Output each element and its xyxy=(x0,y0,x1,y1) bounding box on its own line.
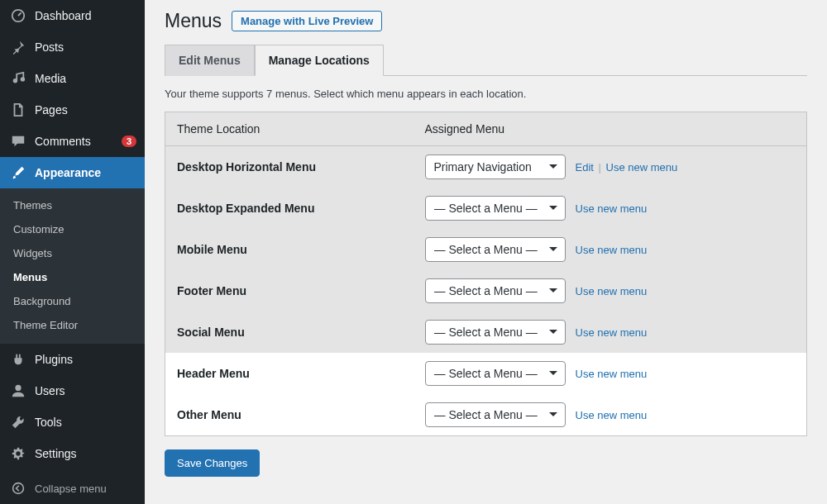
use-new-menu-link[interactable]: Use new menu xyxy=(576,285,648,297)
use-new-menu-link[interactable]: Use new menu xyxy=(576,202,648,215)
gear-icon xyxy=(10,445,26,462)
location-name: Other Menu xyxy=(165,394,414,436)
dashboard-icon xyxy=(10,7,26,24)
brush-icon xyxy=(10,164,26,181)
svg-point-3 xyxy=(15,385,21,391)
sidebar-item-label: Media xyxy=(35,72,136,85)
col-theme-location: Theme Location xyxy=(165,112,414,146)
assigned-menu-select[interactable]: — Select a Menu — xyxy=(425,320,566,345)
comment-count-badge: 3 xyxy=(122,136,136,147)
sidebar-item-label: Pages xyxy=(35,103,136,116)
location-name: Mobile Menu xyxy=(165,229,414,270)
use-new-menu-link[interactable]: Use new menu xyxy=(576,326,648,339)
location-row: Header Menu— Select a Menu —Use new menu xyxy=(165,353,807,394)
submenu-item-background[interactable]: Background xyxy=(0,289,145,313)
sidebar-item-label: Tools xyxy=(35,416,136,429)
submenu-item-themes[interactable]: Themes xyxy=(0,193,145,217)
user-icon xyxy=(10,383,26,399)
submenu-item-theme-editor[interactable]: Theme Editor xyxy=(0,313,145,337)
row-actions: Use new menu xyxy=(576,202,648,215)
assigned-menu-select[interactable]: — Select a Menu — xyxy=(425,278,566,303)
comment-icon xyxy=(10,133,26,150)
location-name: Header Menu xyxy=(165,353,414,394)
wrench-icon xyxy=(10,414,26,430)
collapse-label: Collapse menu xyxy=(35,483,107,495)
use-new-menu-link[interactable]: Use new menu xyxy=(576,368,648,380)
use-new-menu-link[interactable]: Use new menu xyxy=(606,161,678,174)
row-actions: Use new menu xyxy=(576,326,648,339)
appearance-submenu: ThemesCustomizeWidgetsMenusBackgroundThe… xyxy=(0,188,145,344)
location-row: Other Menu— Select a Menu —Use new menu xyxy=(165,394,807,436)
svg-point-2 xyxy=(21,77,25,81)
sidebar-item-media[interactable]: Media xyxy=(0,63,145,94)
use-new-menu-link[interactable]: Use new menu xyxy=(576,409,648,421)
sidebar-item-label: Posts xyxy=(35,40,136,54)
sidebar-item-label: Settings xyxy=(35,447,136,460)
sidebar-item-label: Dashboard xyxy=(35,9,136,22)
sidebar-item-posts[interactable]: Posts xyxy=(0,31,145,63)
sidebar-item-comments[interactable]: Comments3 xyxy=(0,126,145,157)
sidebar-item-tools[interactable]: Tools xyxy=(0,407,145,438)
row-actions: Use new menu xyxy=(576,285,648,297)
row-actions: Use new menu xyxy=(576,244,648,256)
assigned-menu-select[interactable]: — Select a Menu — xyxy=(425,196,566,221)
row-actions: Use new menu xyxy=(576,409,648,421)
submenu-item-menus[interactable]: Menus xyxy=(0,265,145,289)
intro-text: Your theme supports 7 menus. Select whic… xyxy=(165,88,807,100)
location-name: Social Menu xyxy=(165,311,414,353)
admin-sidebar: DashboardPostsMediaPagesComments3Appeara… xyxy=(0,0,145,504)
sidebar-item-users[interactable]: Users xyxy=(0,375,145,407)
nav-tabs: Edit MenusManage Locations xyxy=(165,44,807,76)
sidebar-item-label: Comments xyxy=(35,135,113,148)
row-actions: Edit | Use new menu xyxy=(576,161,678,174)
page-icon xyxy=(10,102,26,118)
tab-edit-menus[interactable]: Edit Menus xyxy=(165,45,255,76)
page-title: Menus xyxy=(165,10,222,32)
sidebar-item-settings[interactable]: Settings xyxy=(0,438,145,469)
save-changes-button[interactable]: Save Changes xyxy=(165,449,260,477)
sidebar-item-dashboard[interactable]: Dashboard xyxy=(0,0,145,31)
location-row: Mobile Menu— Select a Menu —Use new menu xyxy=(165,229,807,270)
main-content: Menus Manage with Live Preview Edit Menu… xyxy=(145,0,827,504)
submenu-item-widgets[interactable]: Widgets xyxy=(0,241,145,265)
location-name: Desktop Expanded Menu xyxy=(165,188,414,229)
assigned-menu-select[interactable]: — Select a Menu — xyxy=(425,402,566,427)
media-icon xyxy=(10,70,26,87)
sidebar-item-label: Appearance xyxy=(35,166,136,179)
sidebar-item-pages[interactable]: Pages xyxy=(0,94,145,126)
submenu-item-customize[interactable]: Customize xyxy=(0,217,145,241)
assigned-menu-select[interactable]: — Select a Menu — xyxy=(425,237,566,262)
plugin-icon xyxy=(10,351,26,368)
svg-point-4 xyxy=(13,483,24,494)
location-row: Desktop Expanded Menu— Select a Menu —Us… xyxy=(165,188,807,229)
location-name: Desktop Horizontal Menu xyxy=(165,146,414,188)
assigned-menu-select[interactable]: — Select a Menu — xyxy=(425,361,566,386)
sidebar-item-appearance[interactable]: Appearance xyxy=(0,157,145,188)
live-preview-button[interactable]: Manage with Live Preview xyxy=(232,11,382,31)
location-row: Desktop Horizontal MenuPrimary Navigatio… xyxy=(165,146,807,188)
sidebar-item-plugins[interactable]: Plugins xyxy=(0,344,145,375)
collapse-menu[interactable]: Collapse menu xyxy=(0,473,145,504)
location-row: Social Menu— Select a Menu —Use new menu xyxy=(165,311,807,353)
tab-manage-locations[interactable]: Manage Locations xyxy=(255,45,384,76)
collapse-icon xyxy=(10,480,26,497)
edit-menu-link[interactable]: Edit xyxy=(576,161,594,174)
pin-icon xyxy=(10,39,26,55)
location-row: Footer Menu— Select a Menu —Use new menu xyxy=(165,270,807,311)
use-new-menu-link[interactable]: Use new menu xyxy=(576,244,648,256)
location-name: Footer Menu xyxy=(165,270,414,311)
row-actions: Use new menu xyxy=(576,368,648,380)
sidebar-item-label: Plugins xyxy=(35,353,136,366)
col-assigned-menu: Assigned Menu xyxy=(414,112,807,146)
assigned-menu-select[interactable]: Primary Navigation xyxy=(425,155,566,179)
sidebar-item-label: Users xyxy=(35,384,136,397)
menu-locations-table: Theme Location Assigned Menu Desktop Hor… xyxy=(165,112,807,436)
